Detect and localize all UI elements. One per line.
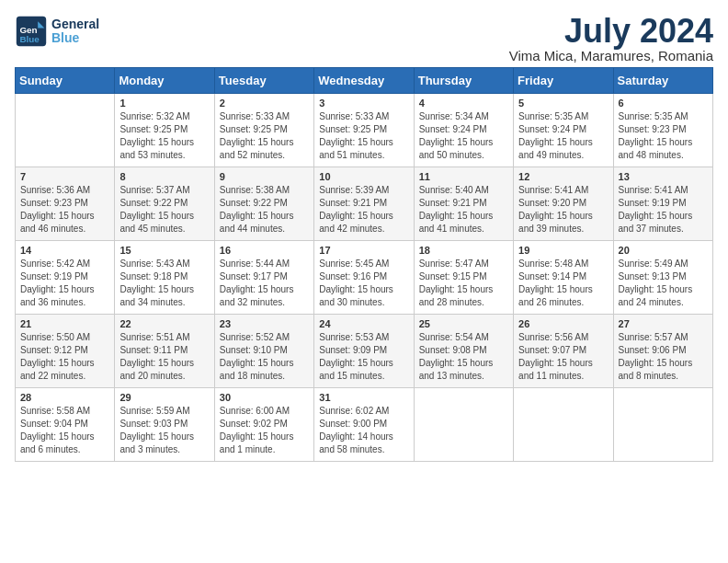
daylight-text: Daylight: 15 hours and 28 minutes.	[419, 283, 508, 309]
day-number: 6	[619, 98, 708, 109]
calendar-title: July 2024	[509, 15, 713, 48]
daylight-text: Daylight: 15 hours and 34 minutes.	[119, 283, 209, 309]
daylight-text: Daylight: 15 hours and 50 minutes.	[419, 136, 508, 162]
day-number: 7	[20, 171, 109, 182]
sunrise-text: Sunrise: 5:52 AM	[220, 331, 309, 344]
sunrise-text: Sunrise: 5:36 AM	[20, 184, 109, 197]
day-number: 2	[220, 98, 309, 109]
calendar-cell: 20Sunrise: 5:49 AMSunset: 9:13 PMDayligh…	[613, 241, 712, 315]
sunrise-text: Sunrise: 5:44 AM	[220, 258, 309, 270]
calendar-cell: 6Sunrise: 5:35 AMSunset: 9:23 PMDaylight…	[613, 94, 712, 167]
calendar-cell: 22Sunrise: 5:51 AMSunset: 9:11 PMDayligh…	[115, 315, 214, 388]
column-header-sunday: Sunday	[16, 68, 115, 94]
sunrise-text: Sunrise: 5:37 AM	[119, 184, 209, 197]
daylight-text: Daylight: 15 hours and 6 minutes.	[20, 431, 109, 456]
calendar-cell: 1Sunrise: 5:32 AMSunset: 9:25 PMDaylight…	[115, 94, 214, 167]
sunset-text: Sunset: 9:22 PM	[220, 197, 309, 210]
day-number: 22	[119, 318, 209, 329]
calendar-cell	[414, 388, 513, 462]
daylight-text: Daylight: 15 hours and 53 minutes.	[119, 136, 209, 162]
day-number: 20	[619, 245, 708, 256]
sunrise-text: Sunrise: 6:02 AM	[319, 405, 408, 418]
calendar-cell: 29Sunrise: 5:59 AMSunset: 9:03 PMDayligh…	[115, 388, 214, 462]
page-header: Gen Blue General Blue July 2024 Vima Mic…	[15, 15, 713, 63]
day-info: Sunrise: 5:50 AMSunset: 9:12 PMDaylight:…	[20, 331, 109, 383]
day-number: 29	[119, 392, 209, 403]
calendar-cell: 15Sunrise: 5:43 AMSunset: 9:18 PMDayligh…	[115, 241, 214, 315]
calendar-cell: 27Sunrise: 5:57 AMSunset: 9:06 PMDayligh…	[613, 315, 712, 388]
day-number: 14	[20, 245, 109, 256]
calendar-cell: 2Sunrise: 5:33 AMSunset: 9:25 PMDaylight…	[214, 94, 313, 167]
sunset-text: Sunset: 9:22 PM	[119, 197, 209, 210]
sunset-text: Sunset: 9:09 PM	[319, 344, 408, 357]
sunset-text: Sunset: 9:20 PM	[518, 197, 608, 210]
day-info: Sunrise: 5:58 AMSunset: 9:04 PMDaylight:…	[20, 405, 109, 456]
day-info: Sunrise: 5:38 AMSunset: 9:22 PMDaylight:…	[220, 184, 309, 236]
calendar-week-4: 21Sunrise: 5:50 AMSunset: 9:12 PMDayligh…	[16, 315, 713, 388]
day-info: Sunrise: 5:33 AMSunset: 9:25 PMDaylight:…	[319, 110, 408, 162]
sunrise-text: Sunrise: 5:41 AM	[518, 184, 608, 197]
day-number: 8	[119, 171, 209, 182]
sunset-text: Sunset: 9:17 PM	[220, 270, 309, 283]
day-info: Sunrise: 5:42 AMSunset: 9:19 PMDaylight:…	[20, 258, 109, 309]
calendar-cell: 18Sunrise: 5:47 AMSunset: 9:15 PMDayligh…	[414, 241, 513, 315]
logo: Gen Blue General Blue	[15, 15, 99, 48]
calendar-week-5: 28Sunrise: 5:58 AMSunset: 9:04 PMDayligh…	[16, 388, 713, 462]
sunset-text: Sunset: 9:25 PM	[220, 123, 309, 136]
column-header-wednesday: Wednesday	[314, 68, 414, 94]
sunset-text: Sunset: 9:10 PM	[220, 344, 309, 357]
day-info: Sunrise: 5:35 AMSunset: 9:23 PMDaylight:…	[619, 110, 708, 162]
daylight-text: Daylight: 15 hours and 48 minutes.	[619, 136, 708, 162]
sunrise-text: Sunrise: 5:42 AM	[20, 258, 109, 270]
daylight-text: Daylight: 15 hours and 41 minutes.	[419, 210, 508, 236]
calendar-body: 1Sunrise: 5:32 AMSunset: 9:25 PMDaylight…	[16, 94, 713, 462]
daylight-text: Daylight: 15 hours and 32 minutes.	[220, 283, 309, 309]
sunrise-text: Sunrise: 5:40 AM	[419, 184, 508, 197]
day-number: 10	[319, 171, 408, 182]
sunset-text: Sunset: 9:15 PM	[419, 270, 508, 283]
day-number: 13	[619, 171, 708, 182]
column-header-friday: Friday	[514, 68, 613, 94]
calendar-cell: 13Sunrise: 5:41 AMSunset: 9:19 PMDayligh…	[613, 167, 712, 241]
sunset-text: Sunset: 9:03 PM	[119, 418, 209, 431]
day-info: Sunrise: 5:52 AMSunset: 9:10 PMDaylight:…	[220, 331, 309, 383]
daylight-text: Daylight: 15 hours and 49 minutes.	[518, 136, 608, 162]
sunrise-text: Sunrise: 5:56 AM	[518, 331, 608, 344]
sunrise-text: Sunrise: 6:00 AM	[220, 405, 309, 418]
calendar-cell: 5Sunrise: 5:35 AMSunset: 9:24 PMDaylight…	[514, 94, 613, 167]
sunset-text: Sunset: 9:24 PM	[518, 123, 608, 136]
calendar-cell: 30Sunrise: 6:00 AMSunset: 9:02 PMDayligh…	[214, 388, 313, 462]
sunrise-text: Sunrise: 5:32 AM	[119, 110, 209, 123]
sunrise-text: Sunrise: 5:54 AM	[419, 331, 508, 344]
sunset-text: Sunset: 9:12 PM	[20, 344, 109, 357]
svg-text:Blue: Blue	[19, 34, 40, 44]
daylight-text: Daylight: 15 hours and 3 minutes.	[119, 431, 209, 456]
calendar-cell: 23Sunrise: 5:52 AMSunset: 9:10 PMDayligh…	[214, 315, 313, 388]
daylight-text: Daylight: 15 hours and 37 minutes.	[619, 210, 708, 236]
sunrise-text: Sunrise: 5:45 AM	[319, 258, 408, 270]
day-info: Sunrise: 5:40 AMSunset: 9:21 PMDaylight:…	[419, 184, 508, 236]
title-block: July 2024 Vima Mica, Maramures, Romania	[509, 15, 713, 63]
daylight-text: Daylight: 15 hours and 26 minutes.	[518, 283, 608, 309]
sunrise-text: Sunrise: 5:33 AM	[319, 110, 408, 123]
sunset-text: Sunset: 9:06 PM	[619, 344, 708, 357]
day-info: Sunrise: 5:54 AMSunset: 9:08 PMDaylight:…	[419, 331, 508, 383]
day-number: 17	[319, 245, 408, 256]
sunset-text: Sunset: 9:13 PM	[619, 270, 708, 283]
sunrise-text: Sunrise: 5:34 AM	[419, 110, 508, 123]
day-number: 21	[20, 318, 109, 329]
daylight-text: Daylight: 15 hours and 45 minutes.	[119, 210, 209, 236]
day-info: Sunrise: 5:56 AMSunset: 9:07 PMDaylight:…	[518, 331, 608, 383]
sunset-text: Sunset: 9:21 PM	[319, 197, 408, 210]
sunset-text: Sunset: 9:24 PM	[419, 123, 508, 136]
day-number: 19	[518, 245, 608, 256]
sunset-text: Sunset: 9:14 PM	[518, 270, 608, 283]
sunrise-text: Sunrise: 5:49 AM	[619, 258, 708, 270]
calendar-cell: 4Sunrise: 5:34 AMSunset: 9:24 PMDaylight…	[414, 94, 513, 167]
calendar-week-3: 14Sunrise: 5:42 AMSunset: 9:19 PMDayligh…	[16, 241, 713, 315]
sunrise-text: Sunrise: 5:43 AM	[119, 258, 209, 270]
day-info: Sunrise: 5:49 AMSunset: 9:13 PMDaylight:…	[619, 258, 708, 309]
day-number: 3	[319, 98, 408, 109]
sunrise-text: Sunrise: 5:39 AM	[319, 184, 408, 197]
day-info: Sunrise: 5:41 AMSunset: 9:19 PMDaylight:…	[619, 184, 708, 236]
